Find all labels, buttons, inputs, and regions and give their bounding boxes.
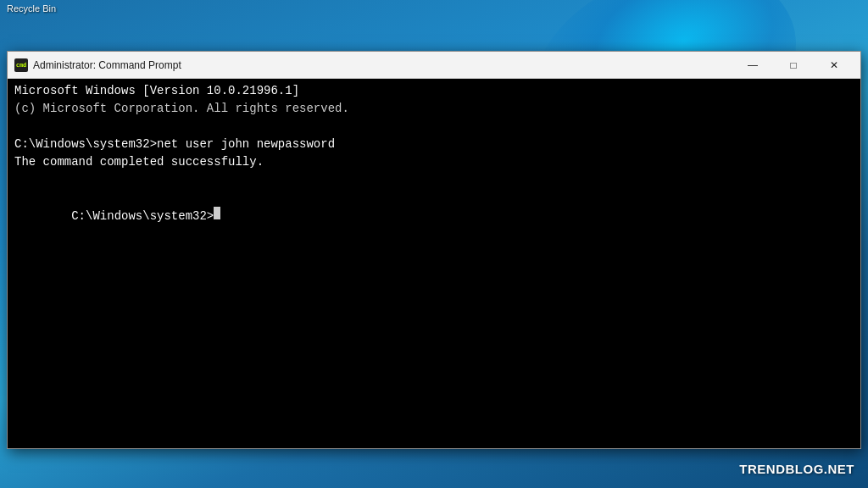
title-bar: cmd Administrator: Command Prompt — □ ✕ — [8, 52, 860, 79]
terminal-line-4: C:\Windows\system32>net user john newpas… — [14, 136, 854, 153]
terminal-line-3 — [14, 118, 854, 136]
terminal-cursor — [214, 207, 220, 219]
desktop: Recycle Bin cmd Administrator: Command P… — [0, 0, 868, 488]
terminal-line-2: (c) Microsoft Corporation. All rights re… — [14, 100, 854, 118]
terminal-body[interactable]: Microsoft Windows [Version 10.0.21996.1]… — [8, 79, 860, 448]
maximize-button[interactable]: □ — [774, 52, 813, 79]
watermark: TRENDBLOG.NET — [739, 462, 854, 476]
terminal-line-5: The command completed successfully. — [14, 153, 854, 171]
cmd-icon: cmd — [14, 58, 28, 72]
minimize-button[interactable]: — — [733, 52, 772, 79]
terminal-line-7: C:\Windows\system32> — [14, 189, 854, 243]
window-controls: — □ ✕ — [733, 52, 854, 79]
terminal-line-6 — [14, 171, 854, 189]
close-button[interactable]: ✕ — [815, 52, 854, 79]
recycle-bin-icon[interactable]: Recycle Bin — [7, 3, 56, 14]
terminal-line-1: Microsoft Windows [Version 10.0.21996.1] — [14, 82, 854, 100]
window-title: Administrator: Command Prompt — [33, 59, 733, 71]
cmd-window: cmd Administrator: Command Prompt — □ ✕ … — [7, 51, 861, 449]
